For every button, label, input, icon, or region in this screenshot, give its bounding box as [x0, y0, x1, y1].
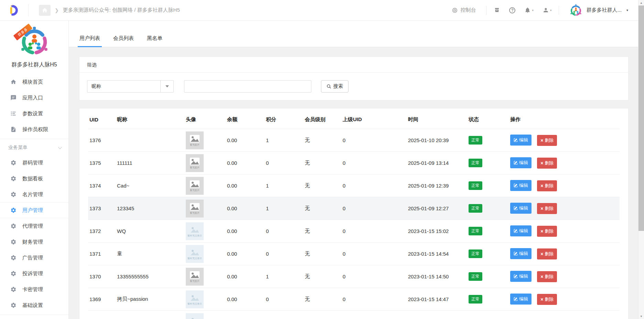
cell-parent-uid: 0 — [341, 197, 407, 220]
image-icon — [190, 225, 200, 234]
sidebar-item-module-home[interactable]: 模块首页 — [0, 74, 68, 90]
vertical-scrollbar[interactable]: ▲ ▼ — [638, 0, 644, 319]
sidebar-item-label: 基础设置 — [22, 302, 43, 309]
bell-icon — [524, 7, 531, 13]
cell-balance: 0.00 — [226, 197, 265, 220]
scroll-down-icon[interactable]: ▼ — [638, 313, 644, 319]
cell-actions: 编辑 × 删除 — [509, 152, 620, 174]
delete-button[interactable]: × 删除 — [537, 294, 557, 305]
cell-parent-uid: 0 — [341, 220, 407, 243]
delete-button[interactable]: × 删除 — [537, 271, 557, 282]
scroll-up-icon[interactable]: ▲ — [638, 0, 644, 6]
column-header: 余额 — [226, 110, 265, 129]
status-badge: 正常 — [469, 159, 482, 167]
user-menu-button[interactable]: ▾ — [538, 7, 556, 13]
sidebar-item-label: 参数设置 — [22, 110, 43, 117]
edit-button[interactable]: 编辑 — [510, 294, 532, 305]
tab[interactable]: 黑名单 — [147, 35, 162, 47]
delete-button[interactable]: × 删除 — [537, 135, 557, 146]
breadcrumb-home-button[interactable] — [39, 5, 51, 16]
sidebar-item[interactable]: 代理管理 — [0, 218, 68, 234]
console-button[interactable]: 控制台 — [452, 7, 476, 13]
sidebar-item[interactable]: 数据看板 — [0, 171, 68, 187]
help-button[interactable]: ? — [505, 7, 520, 13]
delete-button[interactable]: × 删除 — [537, 203, 557, 214]
edit-icon — [514, 183, 518, 188]
scrollbar-thumb[interactable] — [638, 6, 644, 231]
tab[interactable]: 会员列表 — [113, 35, 134, 47]
cell-parent-uid: 0 — [341, 129, 407, 152]
cell-avatar: 暂时无法显示 — [184, 220, 226, 243]
edit-button[interactable]: 编辑 — [510, 180, 532, 191]
cell-nickname — [116, 129, 184, 152]
sidebar-item[interactable]: 财务管理 — [0, 234, 68, 250]
sidebar-item[interactable]: 群码管理 — [0, 155, 68, 171]
avatar-placeholder-text: 暂时无法显示 — [187, 257, 202, 259]
cell-uid — [88, 311, 116, 319]
cell-actions: 编辑 × 删除 — [509, 197, 620, 220]
cell-points: 0 — [265, 288, 303, 311]
brand-logo[interactable] — [0, 4, 28, 16]
cell-parent-uid: 0 — [341, 288, 407, 311]
sidebar-item[interactable]: 名片管理 — [0, 187, 68, 202]
cell-avatar: 暂无图片 — [184, 129, 226, 152]
notifications-button[interactable]: ▾ — [520, 7, 538, 13]
edit-button[interactable]: 编辑 — [510, 248, 532, 259]
sidebar-item[interactable]: 基础设置 — [0, 297, 68, 313]
filter-title: 筛选 — [79, 57, 628, 73]
delete-button[interactable]: × 删除 — [537, 226, 557, 237]
cell-balance: 0.00 — [226, 129, 265, 152]
filter-field-value: 昵称 — [87, 81, 160, 92]
sidebar-section-business[interactable]: 业务菜单 — [0, 140, 68, 155]
column-header: UID — [88, 110, 116, 129]
edit-button[interactable]: 编辑 — [510, 135, 532, 146]
cell-balance: 0.00 — [226, 288, 265, 311]
account-menu[interactable]: 群多多社群人... ▾ — [569, 4, 628, 17]
delete-icon: × — [540, 274, 543, 279]
sidebar-item[interactable]: 投诉管理 — [0, 266, 68, 281]
sidebar-item-app-entry[interactable]: 应用入口 — [0, 90, 68, 106]
cell-status: 正常 — [467, 265, 509, 288]
delete-button[interactable]: × 删除 — [537, 248, 557, 259]
delete-icon: × — [540, 161, 543, 166]
delete-label: 删除 — [545, 160, 554, 166]
sidebar-item-operator[interactable]: 操作员权限 — [0, 121, 68, 137]
cell-actions: 编辑 × 删除 — [509, 220, 620, 243]
cell-points: 0 — [265, 152, 303, 174]
image-icon — [190, 135, 200, 143]
edit-button[interactable]: 编辑 — [510, 157, 532, 168]
avatar-placeholder: 暂无图片 — [186, 200, 204, 217]
gear-icon — [10, 255, 17, 261]
avatar-placeholder-text: 暂无图片 — [190, 280, 200, 282]
tab-label: 用户列表 — [79, 35, 100, 41]
delete-label: 删除 — [545, 137, 554, 143]
filter-keyword-input[interactable] — [184, 80, 311, 93]
delete-button[interactable]: × 删除 — [537, 158, 557, 169]
cell-nickname: WQ — [116, 220, 184, 243]
sidebar-item[interactable]: 卡密管理 — [0, 281, 68, 297]
edit-label: 编辑 — [519, 137, 528, 143]
edit-button[interactable]: 编辑 — [510, 271, 532, 282]
sidebar-item[interactable]: 用户管理 — [0, 202, 68, 218]
cell-level: 无 — [303, 265, 341, 288]
edit-button[interactable]: 编辑 — [510, 225, 532, 236]
sidebar-item-params[interactable]: 参数设置 — [0, 106, 68, 121]
delete-button[interactable]: × 删除 — [537, 180, 557, 191]
content: 筛选 昵称 搜索 — [69, 47, 644, 319]
store-button[interactable] — [489, 7, 505, 13]
image-icon — [190, 316, 200, 319]
gear-icon — [10, 239, 17, 245]
sidebar-item[interactable]: 广告管理 — [0, 250, 68, 266]
cell-balance: 0.00 — [226, 174, 265, 197]
sidebar-item-label: 应用入口 — [22, 95, 43, 101]
search-button[interactable]: 搜索 — [321, 80, 348, 93]
cell-actions — [509, 311, 620, 319]
chevron-down-icon: ▾ — [532, 9, 534, 12]
edit-button[interactable]: 编辑 — [510, 203, 532, 214]
tab[interactable]: 用户列表 — [79, 35, 100, 47]
home-icon — [42, 7, 48, 13]
brand-d-icon — [8, 4, 20, 16]
select-caret-button[interactable] — [160, 81, 173, 92]
filter-field-select[interactable]: 昵称 — [87, 80, 174, 93]
cell-parent-uid: 0 — [341, 243, 407, 265]
